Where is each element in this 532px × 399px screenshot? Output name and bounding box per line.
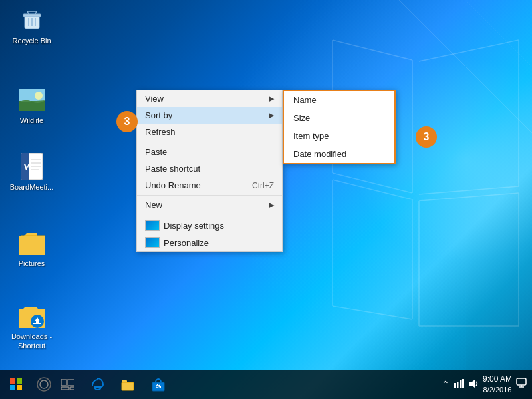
submenu-item-type-label: Item type <box>293 131 329 141</box>
context-menu-view-arrow: ▶ <box>269 94 274 103</box>
svg-rect-36 <box>21 235 45 236</box>
taskbar-file-explorer[interactable] <box>113 370 142 399</box>
svg-rect-42 <box>10 378 15 384</box>
submenu-name-label: Name <box>293 95 317 105</box>
svg-point-46 <box>37 378 51 391</box>
svg-line-11 <box>419 193 519 201</box>
svg-line-7 <box>332 180 412 200</box>
context-menu-new-label: New <box>145 200 162 210</box>
submenu-name[interactable]: Name <box>284 91 394 109</box>
taskbar-pinned-apps: 🛍 <box>80 370 436 399</box>
clock-time: 9:00 AM <box>483 374 512 385</box>
downloads-icon <box>19 303 45 329</box>
svg-rect-60 <box>460 380 462 388</box>
svg-text:W: W <box>23 162 33 172</box>
svg-rect-48 <box>61 379 66 386</box>
svg-line-0 <box>332 40 412 60</box>
recycle-bin-label: Recycle Bin <box>12 36 51 45</box>
pictures-icon <box>19 229 45 256</box>
svg-rect-45 <box>17 385 22 390</box>
system-tray: ⌃ 9:00 AM 8/2/2016 <box>436 370 532 399</box>
svg-rect-44 <box>10 385 15 390</box>
wildlife-icon <box>19 86 45 113</box>
boardmeeting-icon: W <box>19 153 45 180</box>
svg-point-47 <box>40 380 48 388</box>
display-settings-icon <box>145 220 160 231</box>
menu-separator-3 <box>137 215 282 215</box>
boardmeeting-label: BoardMeeti... <box>10 182 53 192</box>
submenu-item-type[interactable]: Item type <box>284 127 394 145</box>
clock-date: 8/2/2016 <box>483 385 512 394</box>
taskbar-store[interactable]: 🛍 <box>144 370 173 399</box>
svg-point-27 <box>35 92 43 100</box>
svg-line-16 <box>466 0 532 66</box>
context-menu-paste-shortcut[interactable]: Paste shortcut <box>137 160 282 177</box>
context-menu-personalize[interactable]: Personalize <box>137 234 282 251</box>
svg-line-6 <box>419 186 519 194</box>
context-menu-new[interactable]: New ▶ <box>137 197 282 213</box>
tray-volume-icon[interactable] <box>468 379 479 390</box>
badge-step-3-right: 3 <box>416 126 437 148</box>
svg-rect-50 <box>61 387 69 390</box>
context-menu: View ▶ Sort by ▶ Refresh Paste Paste sho… <box>136 90 283 252</box>
context-menu-undo-rename-label: Undo Rename <box>145 180 201 190</box>
svg-rect-53 <box>122 382 134 390</box>
start-button[interactable] <box>0 370 32 399</box>
submenu-date-modified-label: Date modified <box>293 149 346 159</box>
context-menu-undo-rename-shortcut: Ctrl+Z <box>252 181 274 190</box>
tray-network-icon[interactable] <box>454 379 464 390</box>
desktop-icon-wildlife[interactable]: Wildlife <box>7 86 57 125</box>
pictures-label: Pictures <box>19 259 45 268</box>
svg-rect-43 <box>17 378 22 384</box>
taskbar: 🛍 ⌃ <box>0 370 532 399</box>
menu-separator-1 <box>137 142 282 142</box>
svg-rect-63 <box>517 378 526 385</box>
context-menu-view-label: View <box>145 94 164 104</box>
svg-line-9 <box>332 306 412 319</box>
context-menu-new-arrow: ▶ <box>269 201 274 209</box>
desktop-icon-downloads-shortcut[interactable]: Downloads - Shortcut <box>7 303 57 351</box>
desktop-icon-pictures[interactable]: Pictures <box>7 229 57 268</box>
svg-line-2 <box>332 173 412 193</box>
svg-rect-58 <box>454 383 456 388</box>
desktop-icon-recycle-bin[interactable]: Recycle Bin <box>7 7 57 45</box>
desktop-icon-boardmeeting[interactable]: W BoardMeeti... <box>7 153 57 192</box>
svg-rect-51 <box>70 387 74 390</box>
action-center-icon[interactable] <box>516 378 527 391</box>
downloads-label: Downloads - Shortcut <box>7 332 57 351</box>
desktop[interactable]: Recycle Bin Wildlife W BoardMeet <box>0 0 532 399</box>
context-menu-refresh[interactable]: Refresh <box>137 124 282 140</box>
context-menu-sort-by-arrow: ▶ <box>269 111 274 120</box>
context-menu-sort-by-label: Sort by <box>145 110 172 120</box>
svg-rect-18 <box>23 14 41 17</box>
wildlife-label: Wildlife <box>20 116 43 125</box>
badge-step-3-left: 3 <box>116 111 138 132</box>
svg-rect-49 <box>68 379 74 386</box>
svg-rect-41 <box>33 323 41 324</box>
svg-marker-62 <box>469 380 475 388</box>
svg-rect-59 <box>457 382 459 388</box>
tray-hidden-icons[interactable]: ⌃ <box>442 379 450 390</box>
system-clock[interactable]: 9:00 AM 8/2/2016 <box>483 374 512 394</box>
submenu-size[interactable]: Size <box>284 109 394 127</box>
personalize-icon <box>145 237 160 248</box>
context-menu-personalize-label: Personalize <box>164 238 209 248</box>
menu-separator-2 <box>137 195 282 196</box>
submenu-date-modified[interactable]: Date modified <box>284 145 394 163</box>
submenu-size-label: Size <box>293 113 310 123</box>
taskbar-edge[interactable] <box>82 370 112 399</box>
sort-by-submenu: Name Size Item type Date modified <box>283 90 396 164</box>
svg-rect-26 <box>19 101 45 111</box>
context-menu-view[interactable]: View ▶ <box>137 90 282 107</box>
context-menu-paste-shortcut-label: Paste shortcut <box>145 164 200 174</box>
svg-line-4 <box>419 40 519 61</box>
task-view-button[interactable] <box>56 370 80 399</box>
svg-text:🛍: 🛍 <box>156 384 161 390</box>
cortana-button[interactable] <box>32 370 56 399</box>
context-menu-paste[interactable]: Paste <box>137 144 282 160</box>
context-menu-display-settings-label: Display settings <box>164 221 224 231</box>
context-menu-undo-rename[interactable]: Undo Rename Ctrl+Z <box>137 177 282 194</box>
context-menu-display-settings[interactable]: Display settings <box>137 217 282 234</box>
context-menu-sort-by[interactable]: Sort by ▶ <box>137 107 282 124</box>
svg-rect-61 <box>462 379 464 388</box>
